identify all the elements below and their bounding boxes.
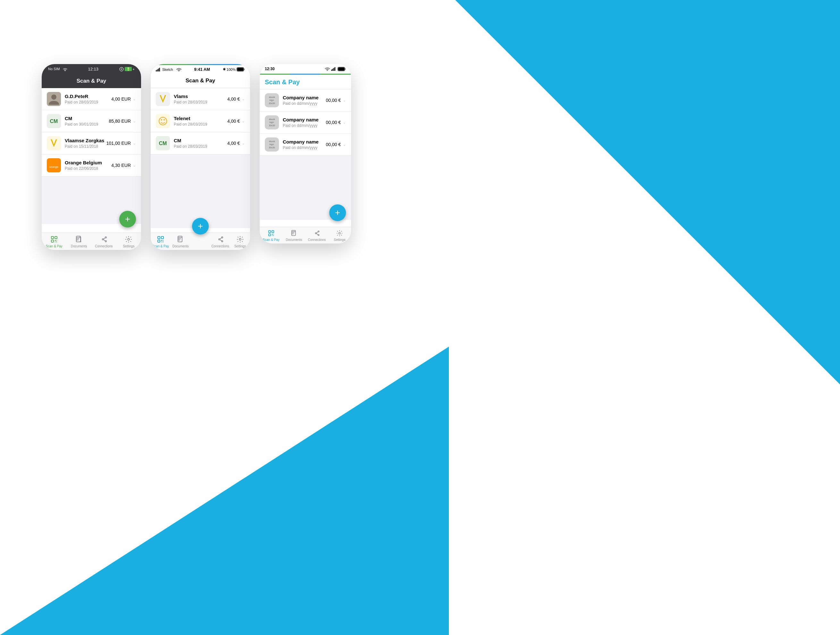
tab-connections[interactable]: Connections [92, 235, 116, 248]
list-item[interactable]: 44x44 logo: 30x30 Company name Paid on d… [260, 112, 351, 134]
phone-2: Sketch 9:41 AM ✱ 100% [151, 64, 250, 250]
tab-documents[interactable]: Documents [67, 235, 92, 248]
chevron-down-icon: ⌄ [343, 142, 346, 147]
tab2-label: Documents [286, 238, 302, 241]
placeholder-icon-3: 44x44 logo: 30x30 [265, 137, 279, 151]
telenet-date: Paid on 28/03/2019 [174, 122, 227, 126]
cm-icon: CM [156, 136, 170, 150]
svg-rect-28 [156, 92, 170, 106]
svg-point-3 [51, 95, 57, 100]
svg-rect-29 [156, 114, 170, 128]
svg-rect-13 [57, 240, 57, 241]
svg-rect-60 [272, 234, 273, 235]
svg-rect-11 [51, 240, 54, 242]
tab-scan-pay[interactable]: Scan & Pay [260, 230, 283, 241]
phone-3: 12:30 [260, 64, 351, 244]
list-item[interactable]: G.D.PeteR Paid on 28/03/2019 4,00 EUR ⌄ [42, 88, 141, 110]
cm-amount: 4,00 € ⌄ [227, 141, 245, 146]
phone2-time: 9:41 AM [194, 67, 210, 72]
list-item[interactable]: orange Orange Belgium Paid on 22/06/2018… [42, 154, 141, 176]
tab-connections-real[interactable]: Connections [210, 235, 230, 248]
chevron-down-icon: ⌄ [133, 97, 136, 101]
svg-rect-35 [158, 236, 160, 239]
chevron-down-icon: ⌄ [133, 141, 136, 145]
phone3-time: 12:30 [265, 67, 275, 71]
svg-rect-12 [55, 240, 56, 241]
tab-documents[interactable]: Documents [283, 230, 305, 241]
telenet-amount: 4,00 € ⌄ [227, 118, 245, 124]
svg-rect-50 [331, 69, 332, 71]
chevron-down-icon: ⌄ [242, 119, 245, 123]
tab-documents[interactable]: Documents [171, 235, 190, 248]
tab-scan-pay[interactable]: Scan & Pay [42, 235, 67, 248]
list-item[interactable]: CM CM Paid on 28/03/2019 4,00 € ⌄ [151, 132, 250, 154]
list-item[interactable]: CM CM Paid on 30/01/2019 85,80 EUR ⌄ [42, 110, 141, 132]
tab-settings[interactable]: Settings [116, 235, 141, 248]
phone3-title-area: Scan & Pay [260, 75, 351, 90]
list-item[interactable]: Vlams Paid on 28/03/2019 4,00 € ⌄ [151, 88, 250, 110]
svg-rect-52 [333, 68, 335, 71]
company1-date: Paid on dd/mm/yyyy [283, 101, 326, 106]
phone1-fab-button[interactable]: + [119, 211, 136, 227]
company2-amount: 00,00 € ⌄ [326, 120, 346, 125]
vlams-date: Paid on 28/03/2019 [174, 100, 227, 104]
cm-info: CM Paid on 28/03/2019 [174, 138, 227, 149]
item1-avatar [47, 92, 61, 106]
phone2-fab-button[interactable]: + [192, 218, 209, 235]
tab-scan-pay[interactable]: Scan & Pay [151, 235, 171, 248]
svg-rect-27 [244, 69, 245, 70]
item2-date: Paid on 30/01/2019 [65, 122, 109, 126]
telenet-icon [156, 114, 170, 128]
svg-text:orange: orange [49, 165, 58, 169]
phone2-tab-area: + Scan & Pay [151, 233, 250, 250]
chevron-down-icon: ⌄ [343, 98, 346, 102]
tab-settings[interactable]: Settings [230, 235, 250, 248]
svg-rect-51 [333, 69, 333, 71]
svg-rect-41 [163, 241, 164, 242]
vlams-name: Vlams [174, 93, 227, 99]
item3-info: Vlaamse Zorgkas Paid on 15/11/2018 [65, 138, 106, 149]
vlams-icon [156, 92, 170, 106]
tab3-label: Connections [211, 244, 229, 248]
phone1-status-right: ⊕ 🔋 + [119, 67, 135, 71]
list-item[interactable]: Telenet Paid on 28/03/2019 4,00 € ⌄ [151, 110, 250, 132]
tab-connections[interactable]: Connections [306, 230, 328, 241]
svg-rect-14 [55, 241, 55, 242]
svg-rect-21 [156, 70, 157, 71]
item1-name: G.D.PeteR [65, 93, 111, 99]
tab2-label: Documents [71, 244, 87, 248]
tab3-label: Connections [95, 244, 113, 248]
phone3-fab-button[interactable]: + [329, 205, 346, 221]
phone3-status-right [325, 67, 346, 71]
item4-name: Orange Belgium [65, 160, 111, 165]
svg-rect-38 [161, 240, 162, 241]
company1-info: Company name Paid on dd/mm/yyyy [283, 95, 326, 106]
svg-point-32 [164, 119, 165, 120]
item4-info: Orange Belgium Paid on 22/06/2018 [65, 160, 111, 171]
svg-rect-22 [157, 69, 158, 71]
list-item[interactable]: 44x44 logo: 30x30 Company name Paid on d… [260, 90, 351, 112]
chevron-down-icon: ⌄ [133, 163, 136, 167]
list-item[interactable]: 44x44 logo: 30x30 Company name Paid on d… [260, 134, 351, 156]
item3-name: Vlaamse Zorgkas [65, 138, 106, 143]
telenet-info: Telenet Paid on 28/03/2019 [174, 116, 227, 126]
svg-point-65 [316, 233, 317, 234]
svg-point-20 [128, 238, 129, 240]
svg-rect-37 [158, 240, 160, 242]
phone1-header-text: Scan & Pay [77, 78, 106, 84]
company3-name: Company name [283, 139, 326, 145]
tab-settings[interactable]: Settings [328, 230, 351, 241]
item1-amount: 4,00 EUR ⌄ [111, 96, 136, 102]
vlams-info: Vlams Paid on 28/03/2019 [174, 93, 227, 104]
svg-rect-39 [163, 240, 164, 241]
tab1-label: Scan & Pay [262, 238, 279, 241]
svg-rect-63 [273, 235, 274, 236]
chevron-down-icon: ⌄ [242, 141, 245, 145]
phones-container: No SIM 12:13 ⊕ 🔋 + Scan & Pay [42, 64, 351, 250]
svg-text:CM: CM [50, 118, 58, 124]
item2-info: CM Paid on 30/01/2019 [65, 116, 109, 126]
company2-info: Company name Paid on dd/mm/yyyy [283, 117, 326, 128]
list-item[interactable]: Vlaamse Zorgkas Paid on 15/11/2018 101,0… [42, 132, 141, 154]
phone2-header-text: Scan & Pay [186, 77, 215, 84]
svg-text:CM: CM [159, 141, 167, 146]
